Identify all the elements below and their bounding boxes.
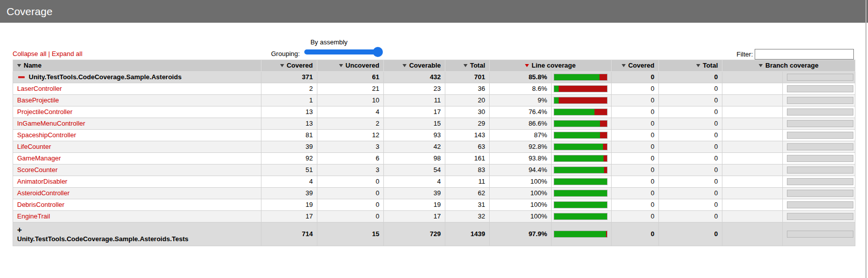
class-link[interactable]: LaserController (17, 85, 62, 92)
expand-row-icon[interactable]: + (17, 227, 22, 233)
col-header-total[interactable]: Total (445, 60, 490, 72)
name-cell: DebrisController (13, 199, 261, 211)
table-row: DebrisController 19 0 19 31 100% 0 0 (13, 199, 855, 211)
col-header-branch-coverage[interactable]: Branch coverage (722, 60, 855, 72)
grouping-label: Grouping: (271, 50, 300, 58)
line-coverage-bar (554, 178, 608, 185)
expand-all-link[interactable]: Expand all (52, 50, 83, 58)
total-cell: 31 (445, 199, 490, 211)
grouping-slider-thumb[interactable] (373, 47, 383, 57)
table-row: InGameMenuController 13 2 15 29 86.6% 0 … (13, 118, 855, 130)
branch-coverage-bar-cell (783, 153, 855, 164)
branch-covered-cell: 0 (612, 176, 659, 188)
covered-cell: 13 (261, 118, 317, 130)
line-coverage-bar-cell (552, 72, 612, 83)
col-header-coverable[interactable]: Coverable (384, 60, 445, 72)
class-link[interactable]: EngineTrail (17, 212, 50, 220)
table-row: Unity.TestTools.CodeCoverage.Sample.Aste… (13, 72, 855, 83)
class-link[interactable]: ScoreCounter (17, 166, 57, 174)
branch-coverage-percent (722, 72, 783, 83)
name-cell: GameManager (13, 153, 261, 164)
col-header-branch-total[interactable]: Total (659, 60, 722, 72)
branch-coverage-bar (787, 231, 853, 238)
filter-label: Filter: (737, 50, 753, 58)
class-link[interactable]: AnimatorDisabler (17, 178, 68, 185)
filter-input[interactable] (755, 49, 854, 60)
total-cell: 29 (445, 118, 490, 130)
grouping-slider-track[interactable] (304, 49, 382, 54)
uncovered-cell: 12 (317, 130, 384, 141)
collapse-all-link[interactable]: Collapse all (13, 50, 46, 58)
coverable-cell: 432 (384, 72, 445, 83)
total-cell: 1439 (445, 223, 490, 246)
branch-covered-cell: 0 (612, 188, 659, 199)
line-coverage-percent: 8.6% (490, 83, 552, 95)
coverable-cell: 19 (384, 199, 445, 211)
sort-down-active-icon (525, 64, 529, 67)
class-link[interactable]: AsteroidController (17, 189, 70, 197)
collapse-row-icon[interactable] (18, 76, 25, 78)
branch-total-cell: 0 (659, 164, 722, 176)
coverable-cell: 4 (384, 176, 445, 188)
uncovered-cell: 6 (317, 153, 384, 164)
col-header-label: Covered (628, 62, 654, 69)
branch-coverage-bar (787, 213, 853, 220)
line-coverage-bar-cell (552, 188, 612, 199)
branch-coverage-bar-cell (783, 223, 855, 246)
table-row: SpaceshipController 81 12 93 143 87% 0 0 (13, 130, 855, 141)
class-link[interactable]: InGameMenuController (17, 120, 85, 127)
grouping-value-label: By assembly (276, 38, 382, 46)
col-header-uncovered[interactable]: Uncovered (317, 60, 384, 72)
branch-total-cell: 0 (659, 188, 722, 199)
sort-down-icon (280, 64, 284, 67)
branch-total-cell: 0 (659, 95, 722, 106)
table-row: AnimatorDisabler 4 0 4 11 100% 0 0 (13, 176, 855, 188)
branch-coverage-percent (722, 106, 783, 118)
class-link[interactable]: LifeCounter (17, 143, 51, 150)
branch-coverage-bar-cell (783, 72, 855, 83)
total-cell: 701 (445, 72, 490, 83)
branch-covered-cell: 0 (612, 141, 659, 153)
covered-cell: 1 (261, 95, 317, 106)
branch-total-cell: 0 (659, 211, 722, 223)
branch-coverage-bar-cell (783, 106, 855, 118)
col-header-branch-covered[interactable]: Covered (612, 60, 659, 72)
table-row: GameManager 92 6 98 161 93.8% 0 0 (13, 153, 855, 164)
col-header-covered[interactable]: Covered (261, 60, 317, 72)
line-coverage-percent: 9% (490, 95, 552, 106)
col-header-line-coverage[interactable]: Line coverage (490, 60, 612, 72)
uncovered-cell: 21 (317, 83, 384, 95)
branch-coverage-bar (787, 85, 853, 92)
branch-coverage-bar-cell (783, 95, 855, 106)
class-link[interactable]: SpaceshipController (17, 131, 76, 139)
name-cell: AsteroidController (13, 188, 261, 199)
line-coverage-bar-cell (552, 211, 612, 223)
branch-covered-cell: 0 (612, 106, 659, 118)
class-link[interactable]: BaseProjectile (17, 96, 59, 104)
branch-covered-cell: 0 (612, 130, 659, 141)
class-link[interactable]: ProjectileController (17, 108, 73, 116)
coverable-cell: 42 (384, 141, 445, 153)
branch-coverage-percent (722, 153, 783, 164)
sort-down-icon (403, 64, 407, 67)
line-coverage-bar (554, 85, 608, 92)
table-row: EngineTrail 17 0 17 32 100% 0 0 (13, 211, 855, 223)
branch-covered-cell: 0 (612, 199, 659, 211)
line-coverage-bar-fill (554, 202, 607, 208)
name-cell: ScoreCounter (13, 164, 261, 176)
row-name: Unity.TestTools.CodeCoverage.Sample.Aste… (17, 234, 257, 244)
branch-coverage-bar (787, 108, 853, 116)
grouping-slider[interactable] (304, 47, 382, 57)
covered-cell: 92 (261, 153, 317, 164)
col-header-name[interactable]: Name (13, 60, 261, 72)
branch-covered-cell: 0 (612, 83, 659, 95)
covered-cell: 17 (261, 211, 317, 223)
line-coverage-bar-fill (554, 231, 606, 237)
class-link[interactable]: DebrisController (17, 201, 64, 208)
col-header-label: Covered (287, 62, 313, 69)
branch-covered-cell: 0 (612, 211, 659, 223)
class-link[interactable]: GameManager (17, 154, 61, 162)
coverable-cell: 17 (384, 106, 445, 118)
line-coverage-percent: 93.8% (490, 153, 552, 164)
coverable-cell: 15 (384, 118, 445, 130)
